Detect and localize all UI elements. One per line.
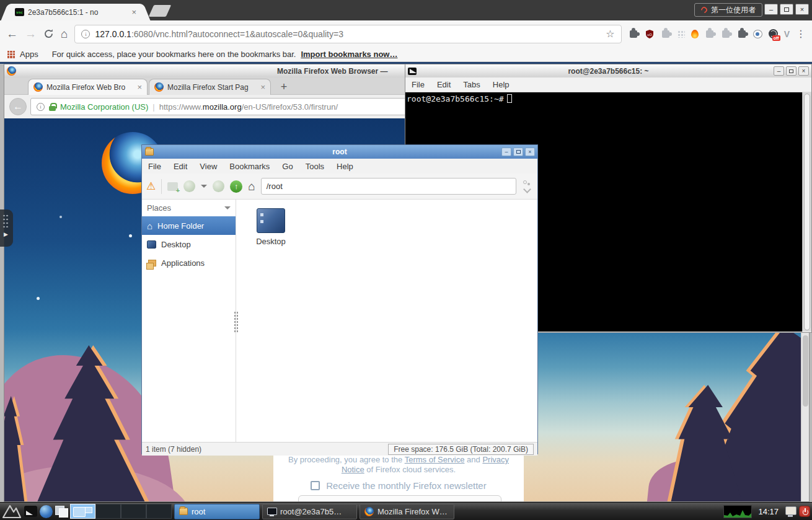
pager-desktop-2[interactable]	[95, 504, 121, 519]
web-browser-icon[interactable]	[40, 505, 53, 518]
scrollbar-thumb[interactable]	[804, 94, 810, 330]
separator	[161, 179, 162, 194]
home-icon[interactable]: ⌂	[248, 180, 255, 193]
firefox-back-button[interactable]: ←	[9, 98, 27, 115]
chevron-down-icon	[224, 206, 231, 213]
newsletter-checkbox[interactable]	[311, 481, 320, 490]
new-tab-icon[interactable]	[167, 182, 178, 191]
import-bookmarks-link[interactable]: Import bookmarks now…	[301, 50, 397, 59]
taskbar-button-terminal[interactable]: root@2e3a7b5…	[262, 504, 357, 519]
menu-go[interactable]: Go	[276, 162, 299, 171]
minimize-button[interactable]: –	[501, 148, 511, 156]
terminal-titlebar[interactable]: root@2e3a7b566c15: ~ – ×	[405, 64, 811, 77]
bookmark-star-icon[interactable]: ☆	[606, 28, 614, 40]
privacy-link[interactable]: Privacy	[482, 455, 509, 464]
privacy-notice-link[interactable]: Notice	[342, 465, 364, 474]
form-button-partial[interactable]	[298, 495, 501, 501]
sidebar-item-desktop[interactable]: Desktop	[142, 235, 236, 253]
file-item-desktop[interactable]: Desktop	[249, 208, 293, 246]
terminal-window-controls: – ×	[774, 66, 809, 76]
close-button[interactable]: ×	[525, 148, 535, 156]
menu-view[interactable]: View	[193, 162, 223, 171]
apps-grid-icon[interactable]	[7, 51, 15, 58]
close-button[interactable]: ×	[795, 4, 809, 15]
fm-sidebar: Places ⌂ Home Folder Desktop Application…	[142, 200, 236, 442]
extension-puzzle-icon[interactable]	[630, 30, 637, 38]
show-desktop-icon[interactable]	[24, 506, 37, 517]
reload-icon[interactable]	[43, 29, 54, 39]
minimize-button[interactable]: –	[764, 4, 778, 15]
sidebar-item-home-folder[interactable]: ⌂ Home Folder	[142, 216, 236, 235]
places-header[interactable]: Places	[142, 200, 236, 216]
menu-bookmarks[interactable]: Bookmarks	[223, 162, 276, 171]
fm-path-input[interactable]: /root	[261, 178, 516, 195]
tab-close-icon[interactable]: ×	[137, 82, 142, 92]
minimize-button[interactable]: –	[774, 66, 784, 76]
bookmarks-bar: Apps For quick access, place your bookma…	[0, 47, 812, 62]
extension-puzzle-icon[interactable]	[706, 30, 713, 38]
chat-bubble-extension-icon[interactable]	[753, 30, 762, 38]
home-icon[interactable]: ⌂	[61, 28, 68, 40]
menu-help[interactable]: Help	[330, 162, 360, 171]
url-bar[interactable]: i 127.0.0.1:6080/vnc.html?autoconnect=1&…	[74, 25, 621, 43]
tab-close-icon[interactable]: ×	[260, 82, 265, 92]
history-chevron-icon[interactable]	[201, 185, 207, 191]
extension-puzzle-icon[interactable]	[662, 30, 669, 38]
fm-toolbar: ⚠ ↑ ⌂ /root	[142, 174, 537, 200]
menu-edit[interactable]: Edit	[431, 80, 457, 89]
site-identity[interactable]: Mozilla Corporation (US)	[60, 102, 148, 112]
menu-help[interactable]: Help	[487, 80, 516, 89]
firefox-tab-active[interactable]: Mozilla Firefox Web Bro ×	[28, 79, 148, 95]
menu-edit[interactable]: Edit	[167, 162, 193, 171]
chrome-tab[interactable]: vnc 2e3a7b566c15:1 - no ×	[10, 4, 141, 20]
firefox-tab-inactive[interactable]: Mozilla Firefox Start Pag ×	[149, 79, 271, 95]
apps-label[interactable]: Apps	[20, 50, 38, 59]
tab-close-icon[interactable]: ×	[131, 7, 136, 17]
terminal-scrollbar[interactable]	[802, 92, 811, 332]
up-icon[interactable]: ↑	[230, 180, 242, 193]
taskbar-button-file-manager[interactable]: root	[174, 504, 260, 519]
file-manager-titlebar[interactable]: root – ×	[142, 145, 537, 159]
ublock-shield-icon[interactable]: uO	[645, 29, 655, 39]
screen-lock-icon[interactable]	[785, 506, 797, 517]
profile-chip[interactable]: 第一位使用者	[694, 3, 762, 17]
extension-grid-icon[interactable]	[677, 30, 685, 38]
flame-extension-icon[interactable]	[691, 30, 699, 38]
terms-of-service-link[interactable]: Terms of Service	[405, 455, 465, 464]
extension-puzzle-icon[interactable]	[722, 30, 730, 38]
window-layers-icon[interactable]	[55, 506, 68, 517]
app-menu-icon[interactable]	[2, 504, 22, 519]
chrome-menu-icon[interactable]: ⋮	[796, 28, 806, 40]
menu-tools[interactable]: Tools	[299, 162, 330, 171]
pager-desktop-4[interactable]	[146, 504, 172, 519]
scrollbar-thumb[interactable]	[803, 335, 808, 407]
forward-icon[interactable]	[213, 180, 224, 192]
maximize-button[interactable]	[786, 66, 797, 76]
file-manager-window[interactable]: root – × File Edit View Bookmarks Go Too…	[141, 144, 538, 454]
menu-file[interactable]: File	[405, 80, 431, 89]
sidebar-splitter-grip[interactable]	[234, 311, 238, 333]
menu-file[interactable]: File	[142, 162, 167, 171]
extension-puzzle-icon[interactable]	[738, 30, 746, 38]
sidebar-item-applications[interactable]: Applications	[142, 253, 236, 272]
back-icon[interactable]	[183, 180, 195, 192]
new-tab-icon[interactable]: +	[276, 80, 292, 94]
chevron-extension-icon[interactable]: V	[784, 29, 790, 39]
new-tab-button[interactable]	[149, 5, 171, 17]
maximize-button[interactable]	[780, 4, 793, 15]
taskbar-button-firefox[interactable]: Mozilla Firefox W…	[360, 504, 454, 519]
page-info-icon[interactable]: i	[37, 103, 45, 111]
go-icon[interactable]	[522, 180, 533, 193]
back-icon[interactable]: ←	[6, 28, 18, 40]
page-info-icon[interactable]: i	[81, 30, 90, 38]
forward-icon[interactable]: →	[25, 28, 37, 40]
novnc-panel-handle[interactable]: ▶	[0, 209, 13, 247]
close-button[interactable]: ×	[798, 66, 809, 76]
pager-desktop-1[interactable]	[70, 504, 95, 519]
menu-tabs[interactable]: Tabs	[457, 80, 486, 89]
maximize-button[interactable]	[513, 148, 523, 156]
video-download-extension-icon[interactable]: off	[769, 29, 778, 38]
pager-desktop-3[interactable]	[121, 504, 146, 519]
power-button[interactable]	[799, 506, 810, 517]
cpu-monitor[interactable]	[723, 505, 752, 518]
